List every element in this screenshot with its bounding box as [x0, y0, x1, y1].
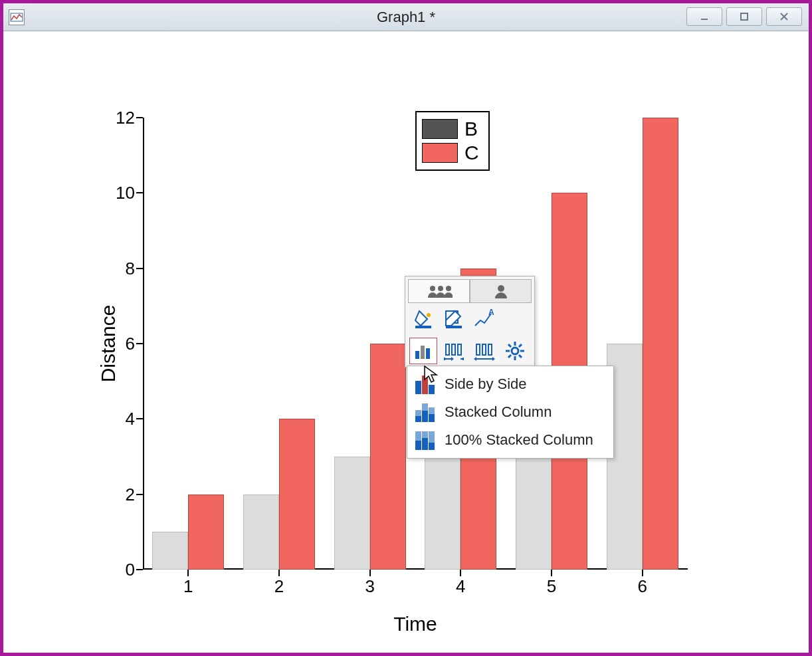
x-tick: [278, 570, 280, 576]
x-tick-label: 5: [547, 576, 556, 597]
svg-marker-27: [492, 357, 495, 361]
edit-style-button[interactable]: [440, 306, 468, 332]
svg-marker-26: [474, 357, 476, 361]
x-tick-label: 3: [365, 576, 374, 597]
svg-line-33: [508, 344, 511, 347]
svg-rect-18: [452, 344, 455, 355]
x-tick: [369, 570, 371, 576]
mini-toolbar-tab-group[interactable]: [408, 279, 470, 303]
svg-rect-0: [11, 13, 23, 21]
legend-item-b[interactable]: B: [422, 118, 479, 140]
x-tick-label: 6: [637, 576, 647, 597]
window-title: Graph1 *: [377, 9, 435, 26]
svg-rect-16: [426, 348, 430, 359]
y-tick: [136, 494, 143, 495]
maximize-button[interactable]: [726, 7, 762, 26]
y-tick: [136, 117, 143, 118]
legend-label: C: [464, 142, 479, 164]
svg-point-8: [498, 285, 504, 292]
bar-gap-button[interactable]: [440, 338, 468, 364]
svg-marker-21: [451, 357, 454, 361]
svg-rect-15: [421, 346, 425, 359]
legend-label: B: [464, 118, 478, 140]
fill-style-button[interactable]: [409, 306, 437, 332]
bar-series-c[interactable]: [370, 344, 406, 570]
svg-point-28: [512, 348, 518, 354]
data-label-button[interactable]: A: [470, 306, 498, 332]
mini-toolbar[interactable]: A Side by Side: [405, 276, 535, 368]
side-by-side-icon: [415, 374, 439, 394]
svg-line-36: [519, 344, 522, 347]
x-tick: [551, 570, 552, 576]
app-icon: [9, 9, 25, 25]
bar-overlap-button[interactable]: [470, 338, 498, 364]
legend-swatch-icon: [422, 143, 458, 163]
legend-item-c[interactable]: C: [422, 142, 479, 164]
legend-swatch-icon: [422, 119, 458, 139]
menu-item-side-by-side[interactable]: Side by Side: [410, 370, 611, 398]
svg-point-7: [446, 286, 451, 291]
bar-series-b[interactable]: [334, 457, 370, 570]
x-tick-label: 1: [183, 576, 193, 597]
svg-point-6: [438, 286, 443, 291]
bar-series-b[interactable]: [152, 532, 188, 570]
menu-item-stacked-column[interactable]: Stacked Column: [410, 398, 611, 426]
menu-item-label: 100% Stacked Column: [445, 431, 593, 449]
y-tick: [136, 569, 143, 570]
svg-rect-10: [415, 326, 431, 328]
svg-point-5: [430, 286, 435, 291]
y-tick: [136, 268, 143, 269]
window-controls: [686, 7, 802, 26]
stacked-100-icon: [415, 430, 439, 450]
menu-item-label: Stacked Column: [445, 403, 552, 421]
y-axis[interactable]: [143, 118, 144, 570]
svg-line-35: [508, 355, 511, 358]
legend[interactable]: B C: [415, 111, 490, 171]
y-tick-label: 4: [95, 409, 135, 429]
y-tick: [136, 418, 143, 419]
title-bar: Graph1 *: [3, 3, 809, 31]
x-tick-label: 4: [456, 576, 465, 597]
y-tick-label: 2: [95, 484, 135, 504]
y-tick-label: 8: [95, 258, 135, 278]
stacked-column-icon: [415, 402, 439, 422]
menu-item-100-stacked-column[interactable]: 100% Stacked Column: [410, 426, 611, 454]
svg-rect-23: [482, 344, 486, 355]
x-tick: [187, 570, 189, 576]
x-axis-title[interactable]: Time: [393, 613, 437, 635]
column-type-menu[interactable]: Side by Side Stacked Column 100% Stacked…: [407, 366, 614, 459]
bar-series-c[interactable]: [279, 419, 315, 570]
bar-series-b[interactable]: [243, 494, 279, 570]
y-tick: [136, 192, 143, 193]
svg-point-9: [427, 313, 431, 317]
bar-series-c[interactable]: [643, 118, 678, 570]
close-button[interactable]: [766, 7, 802, 26]
svg-line-34: [519, 355, 522, 358]
mini-toolbar-tab-single[interactable]: [470, 279, 532, 303]
svg-rect-12: [446, 326, 462, 328]
svg-rect-17: [446, 344, 449, 355]
column-type-button[interactable]: [409, 338, 437, 364]
settings-button[interactable]: [501, 338, 529, 364]
bar-series-c[interactable]: [188, 494, 224, 570]
svg-text:A: A: [488, 308, 494, 317]
minimize-button[interactable]: [686, 7, 722, 26]
menu-item-label: Side by Side: [445, 376, 527, 393]
svg-rect-22: [476, 344, 480, 355]
chart-canvas[interactable]: B C Distance Time 024681012 123456: [3, 31, 809, 653]
y-tick-label: 6: [95, 334, 135, 354]
x-tick: [460, 570, 461, 576]
y-tick-label: 0: [95, 560, 135, 580]
y-tick-label: 10: [95, 183, 135, 203]
y-tick-label: 12: [95, 108, 135, 128]
x-tick-label: 2: [274, 576, 284, 597]
svg-rect-19: [458, 344, 461, 355]
svg-rect-24: [488, 344, 492, 355]
svg-rect-14: [415, 351, 419, 359]
svg-rect-2: [741, 13, 748, 20]
x-tick: [642, 570, 643, 576]
y-tick: [136, 343, 143, 344]
